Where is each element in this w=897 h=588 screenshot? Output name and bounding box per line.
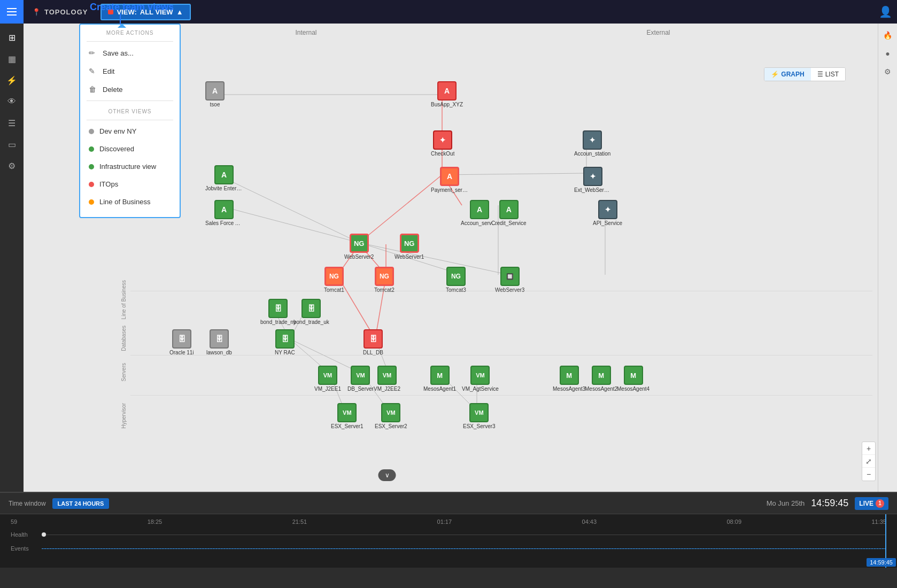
node-salesforce[interactable]: A Sales Force Automation	[205, 200, 243, 226]
node-label-mesos1: MesosAgent1	[423, 386, 456, 392]
edit-item[interactable]: ✎ Edit	[80, 62, 180, 80]
view-button[interactable]: VIEW: ALL VIEW ▲	[100, 4, 190, 20]
topology-label: 📍 TOPOLOGY	[24, 8, 96, 16]
view-itops[interactable]: ITOps	[80, 175, 180, 193]
sidebar-settings-icon[interactable]: ⚙	[2, 156, 21, 175]
lob-dot	[89, 199, 94, 205]
node-lawson[interactable]: 🗄 lawson_db	[206, 329, 232, 355]
view-lob[interactable]: Line of Business	[80, 193, 180, 211]
sidebar-list-icon[interactable]: ☰	[2, 113, 21, 133]
node-label-tomcat2: Tomcat2	[374, 287, 395, 293]
node-bond-ny[interactable]: 🗄 bond_trade_ny	[260, 299, 296, 325]
node-box-esx3: VM	[469, 403, 489, 422]
node-box-jobvite: A	[214, 165, 234, 184]
node-esx1[interactable]: VM ESX_Server1	[331, 403, 364, 429]
health-track[interactable]	[42, 529, 886, 540]
health-row: Health	[11, 529, 886, 540]
node-box-busapp: A	[437, 81, 457, 100]
node-mesos4[interactable]: M MesosAgent4	[617, 366, 649, 392]
right-icon-1[interactable]: 🔥	[880, 28, 895, 43]
last-24-btn[interactable]: LAST 24 HOURS	[52, 498, 110, 509]
node-box-ext-web: ✦	[583, 167, 602, 186]
node-label-tsoe: tsoe	[210, 102, 220, 107]
node-vm-j2ee2[interactable]: VM VM_J2EE2	[374, 366, 400, 392]
node-webserver3[interactable]: 🔲 WebServer3	[495, 267, 524, 293]
node-checkout[interactable]: ✦ CheckOut	[431, 130, 454, 157]
list-toggle-btn[interactable]: ☰ LIST	[811, 68, 845, 81]
node-label-credit: Credit_Service	[491, 220, 527, 226]
discovered-dot	[89, 146, 94, 152]
node-db-server[interactable]: VM DB_Server	[347, 366, 374, 392]
sidebar-eye-icon[interactable]: 👁	[2, 92, 21, 111]
zoom-in-btn[interactable]: +	[862, 442, 875, 455]
node-box-ny-rac: 🗄	[275, 329, 295, 349]
sidebar-dashboard-icon[interactable]: ▦	[2, 49, 21, 68]
graph-toggle-btn[interactable]: ⚡ GRAPH	[764, 68, 810, 81]
node-webserver2[interactable]: NG WebServer2	[344, 234, 374, 260]
node-jobvite[interactable]: A Jobvite Enterp..rvices	[205, 165, 243, 191]
node-ny-rac[interactable]: 🗄 NY RAC	[275, 329, 295, 355]
right-icon-3[interactable]: ⚙	[880, 64, 895, 79]
node-box-mesos3: M	[560, 366, 579, 385]
view-dev-env[interactable]: Dev env NY	[80, 122, 180, 140]
view-infrastructure[interactable]: Infrastructure view	[80, 158, 180, 175]
node-mesos3[interactable]: M MesosAgent3	[553, 366, 585, 392]
node-tsoe[interactable]: A tsoe	[205, 81, 225, 107]
node-box-oracle: 🗄	[172, 329, 191, 349]
node-mesos1[interactable]: M MesosAgent1	[423, 366, 456, 392]
right-icon-2[interactable]: ●	[880, 46, 895, 61]
time-label-3: 01:17	[437, 519, 452, 525]
node-label-tomcat1: Tomcat1	[324, 287, 344, 293]
view-discovered[interactable]: Discovered	[80, 140, 180, 158]
node-tomcat2[interactable]: NG Tomcat2	[374, 267, 395, 293]
menu-button[interactable]	[0, 0, 24, 24]
node-bond-uk[interactable]: 🗄 bond_trade_uk	[293, 299, 329, 325]
node-mesos2[interactable]: M MesosAgent2	[585, 366, 617, 392]
user-icon[interactable]: 👤	[873, 0, 897, 24]
expand-btn[interactable]: ⤢	[862, 455, 875, 468]
sidebar-grid-icon[interactable]: ⊞	[2, 28, 21, 47]
node-busapp[interactable]: A BusApp_XYZ	[431, 81, 463, 107]
node-tomcat1[interactable]: NG Tomcat1	[324, 267, 344, 293]
node-vm-j2ee1[interactable]: VM VM_J2EE1	[314, 366, 341, 392]
zoom-out-btn[interactable]: −	[862, 468, 875, 481]
sidebar-monitor-icon[interactable]: ▭	[2, 135, 21, 154]
node-label-esx2: ESX_Server2	[375, 423, 407, 429]
events-track[interactable]	[42, 543, 886, 554]
live-badge: 1	[876, 499, 884, 508]
node-payment[interactable]: A Payment_service	[431, 167, 468, 193]
node-ext-web[interactable]: ✦ Ext_WebService	[574, 167, 612, 193]
node-box-mesos1: M	[430, 366, 450, 385]
dev-env-dot	[89, 129, 94, 134]
save-as-item[interactable]: ✏ Save as...	[80, 44, 180, 62]
node-api[interactable]: ✦ API_Service	[593, 200, 622, 226]
node-credit[interactable]: A Credit_Service	[491, 200, 527, 226]
health-label: Health	[11, 531, 37, 538]
node-label-checkout: CheckOut	[431, 151, 454, 157]
node-esx3[interactable]: VM ESX_Server3	[463, 403, 496, 429]
collapse-button[interactable]: ∨	[378, 469, 396, 481]
node-label-accoun-station: Accoun_station	[574, 151, 610, 157]
node-dll-db[interactable]: 🗄 DLL_DB	[363, 329, 383, 355]
infra-label: Infrastructure view	[99, 163, 156, 171]
node-label-vm-j2ee1: VM_J2EE1	[314, 386, 341, 392]
node-box-webserver2: NG	[350, 234, 369, 253]
time-window-label: Time window	[9, 500, 46, 507]
node-box-vm-agt: VM	[470, 366, 490, 385]
timeline-area: 59 18:25 21:51 01:17 04:43 08:09 11:35 H…	[0, 514, 897, 568]
save-as-label: Save as...	[103, 49, 134, 57]
delete-item[interactable]: 🗑 Delete	[80, 80, 180, 98]
other-views-label: OTHER VIEWS	[80, 103, 180, 118]
node-label-db-server: DB_Server	[347, 386, 374, 392]
node-webserver1[interactable]: NG WebServer1	[395, 234, 424, 260]
events-label: Events	[11, 545, 37, 552]
node-box-vm-j2ee1: VM	[318, 366, 337, 385]
date-label: Mo Jun 25th	[767, 499, 805, 507]
node-esx2[interactable]: VM ESX_Server2	[375, 403, 407, 429]
node-tomcat3[interactable]: NG Tomcat3	[446, 267, 466, 293]
node-vm-agt[interactable]: VM VM_AgtService	[462, 366, 499, 392]
live-button[interactable]: LIVE 1	[855, 497, 888, 510]
node-accoun-station[interactable]: ✦ Accoun_station	[574, 130, 610, 157]
node-oracle[interactable]: 🗄 Oracle 11i	[169, 329, 194, 355]
sidebar-alert-icon[interactable]: ⚡	[2, 71, 21, 90]
